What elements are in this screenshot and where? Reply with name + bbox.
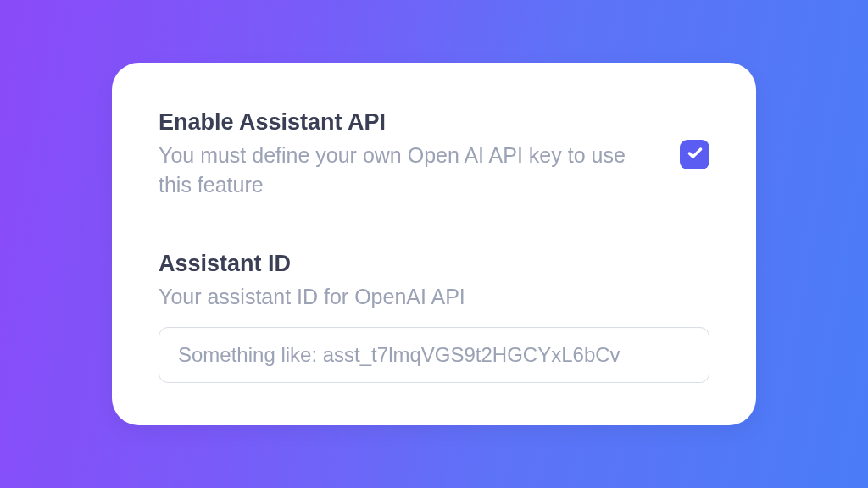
assistant-id-input[interactable] — [159, 327, 709, 383]
check-icon — [687, 145, 704, 165]
enable-assistant-title: Enable Assistant API — [159, 109, 646, 136]
settings-card: Enable Assistant API You must define you… — [112, 63, 756, 425]
enable-assistant-row: Enable Assistant API You must define you… — [159, 109, 709, 200]
assistant-id-row: Assistant ID Your assistant ID for OpenA… — [159, 251, 709, 383]
assistant-id-subtitle: Your assistant ID for OpenAI API — [159, 282, 709, 312]
enable-assistant-checkbox[interactable] — [680, 140, 709, 169]
section-spacer — [159, 200, 709, 251]
enable-assistant-subtitle: You must define your own Open AI API key… — [159, 141, 646, 200]
assistant-id-title: Assistant ID — [159, 251, 709, 277]
enable-assistant-text: Enable Assistant API You must define you… — [159, 109, 680, 200]
